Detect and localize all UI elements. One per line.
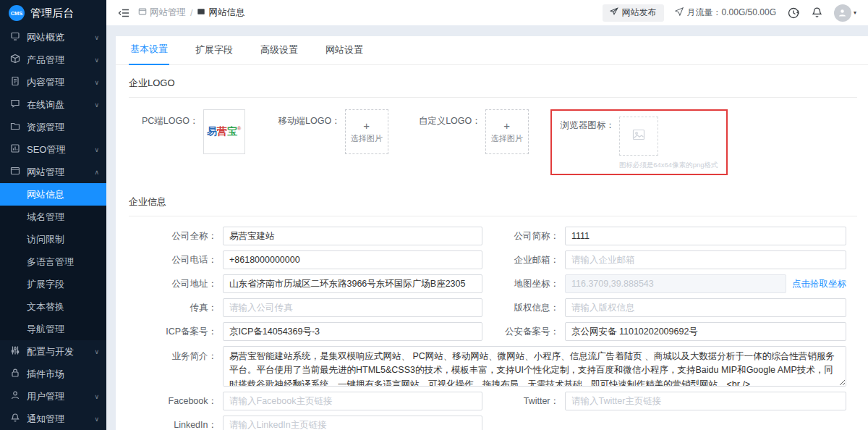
facebook-input[interactable] [223, 392, 482, 410]
user-menu[interactable]: ▾ [834, 4, 856, 22]
pick-coords-link[interactable]: 点击拾取坐标 [792, 278, 846, 290]
fax-input[interactable] [223, 298, 482, 317]
sidebar-item-resource-mgmt[interactable]: 资源管理 [0, 116, 106, 138]
sidebar-item-product-mgmt[interactable]: 产品管理 ∨ [0, 49, 106, 71]
tab-basic-settings[interactable]: 基本设置 [129, 43, 169, 65]
browser-icon [138, 7, 147, 18]
favicon-label: 浏览器图标： [561, 117, 615, 170]
icp-input[interactable] [223, 322, 482, 341]
company-short-input[interactable] [565, 227, 846, 245]
twitter-label: Twitter： [493, 395, 565, 408]
sidebar-subitem-domain-mgmt[interactable]: 域名管理 [0, 206, 106, 228]
publish-site-button[interactable]: 网站发布 [603, 4, 664, 22]
sidebar-item-notify-mgmt[interactable]: 通知管理 ∨ [0, 408, 106, 430]
main-area: 网站管理 / 网站信息 网站发布 月流量：0.00G/50.00G [106, 0, 868, 430]
police-record-input[interactable] [565, 322, 846, 341]
seo-icon [10, 143, 20, 156]
copyright-input[interactable] [565, 298, 846, 317]
sidebar: CMS 管理后台 网站概览 ∨ 产品管理 ∨ 内容管理 ∨ 在线询盘 ∨ 资源管… [0, 0, 106, 430]
app-title: 管理后台 [30, 7, 74, 20]
notification-bell-icon[interactable] [811, 7, 823, 19]
business-intro-textarea[interactable]: 易营宝智能建站系统，是集双模响应式网站、 PC网站、移动网站、微网站、小程序、信… [223, 346, 846, 387]
company-name-input[interactable] [223, 227, 482, 245]
sidebar-subitem-access-limit[interactable]: 访问限制 [0, 228, 106, 250]
favicon-hint: 图标必须是64x64像素的png格式 [619, 161, 718, 170]
send-icon [610, 7, 618, 18]
breadcrumb: 网站管理 / 网站信息 [138, 7, 244, 19]
tab-extended-fields[interactable]: 扩展字段 [194, 43, 234, 64]
twitter-input[interactable] [565, 392, 846, 410]
tab-website-settings[interactable]: 网站设置 [324, 43, 365, 64]
brand-logo: 易营宝® [207, 125, 241, 138]
field-email: 企业邮箱： [493, 250, 846, 269]
chevron-down-icon: ∨ [94, 348, 99, 355]
website-mgmt-submenu: 网站信息 域名管理 访问限制 多语言管理 扩展字段 文本替换 导航管理 [0, 183, 106, 340]
breadcrumb-parent[interactable]: 网站管理 [138, 7, 186, 19]
sidebar-subitem-site-info[interactable]: 网站信息 [0, 183, 106, 206]
sidebar-item-seo-mgmt[interactable]: SEO管理 ∨ [0, 138, 106, 161]
sidebar-item-plugin-market[interactable]: 插件市场 [0, 363, 106, 385]
tab-advanced-settings[interactable]: 高级设置 [259, 43, 299, 64]
chevron-down-icon: ∨ [94, 416, 99, 423]
history-clock-icon[interactable] [787, 7, 800, 20]
page-icon [197, 7, 205, 18]
collapse-sidebar-icon[interactable] [118, 8, 129, 18]
field-copyright: 版权信息： [493, 298, 846, 317]
field-fax: 传真： [129, 298, 482, 317]
mobile-logo-upload[interactable]: + 选择图片 [345, 109, 388, 154]
content-icon [10, 76, 20, 88]
bell-icon [10, 413, 20, 425]
field-address: 公司地址： [129, 274, 482, 293]
chevron-down-icon: ∨ [94, 101, 99, 109]
mobile-logo-group: 移动端LOGO： + 选择图片 [278, 109, 388, 154]
custom-logo-upload[interactable]: + 选择图片 [485, 109, 529, 154]
plus-icon: + [503, 120, 510, 131]
sidebar-subitem-extended-fields[interactable]: 扩展字段 [0, 273, 106, 295]
sidebar-item-website-mgmt[interactable]: 网站管理 ∧ [0, 161, 106, 183]
sliders-icon [10, 345, 20, 358]
field-linkedin: LinkedIn： [129, 416, 482, 430]
sidebar-item-content-mgmt[interactable]: 内容管理 ∨ [0, 71, 106, 93]
content-card: 基本设置 扩展字段 高级设置 网站设置 企业LOGO PC端LOGO： 易营宝®… [116, 36, 868, 430]
fax-label: 传真： [129, 302, 223, 314]
plane-icon [675, 7, 684, 18]
field-company-name: 公司全称： [129, 227, 482, 245]
logo-section-title: 企业LOGO [129, 77, 857, 98]
custom-logo-group: 自定义LOGO： + 选择图片 [419, 109, 529, 154]
product-icon [10, 54, 20, 66]
field-phone: 公司电话： [129, 250, 482, 269]
field-icp: ICP备案号： [129, 322, 482, 341]
custom-logo-label: 自定义LOGO： [419, 109, 481, 154]
sidebar-subitem-multilang[interactable]: 多语言管理 [0, 250, 106, 273]
settings-tabs: 基本设置 扩展字段 高级设置 网站设置 [116, 36, 868, 65]
avatar [834, 4, 851, 22]
favicon-highlight-box: 浏览器图标： 图标必须是64x64像素的png格式 [550, 109, 728, 175]
pc-logo-group: PC端LOGO： 易营宝® [142, 109, 245, 154]
company-name-label: 公司全称： [129, 230, 223, 243]
chevron-down-icon: ∨ [94, 34, 99, 41]
breadcrumb-separator: / [190, 8, 192, 18]
pc-logo-image[interactable]: 易营宝® [203, 109, 245, 154]
company-short-label: 公司简称： [493, 230, 565, 243]
phone-label: 公司电话： [129, 254, 223, 266]
email-input[interactable] [565, 250, 846, 269]
address-input[interactable] [223, 274, 482, 293]
header-actions: 网站发布 月流量：0.00G/50.00G ▾ [603, 4, 856, 22]
favicon-upload[interactable] [619, 117, 658, 156]
chevron-down-icon: ∨ [94, 393, 99, 400]
chevron-down-icon: ∨ [94, 56, 99, 64]
sidebar-item-online-inquiry[interactable]: 在线询盘 ∨ [0, 93, 106, 116]
phone-input[interactable] [223, 250, 482, 269]
inquiry-icon [10, 98, 20, 111]
sidebar-item-user-mgmt[interactable]: 用户管理 ∨ [0, 385, 106, 408]
caret-down-icon: ▾ [854, 9, 856, 16]
sidebar-item-config-dev[interactable]: 配置与开发 ∨ [0, 340, 106, 363]
company-info-form: 公司全称： 公司简称： 公司电话： 企业邮箱： 公司地址： [116, 216, 868, 430]
chevron-down-icon: ∨ [94, 146, 99, 153]
app-logo: CMS 管理后台 [0, 0, 106, 26]
sidebar-item-site-overview[interactable]: 网站概览 ∨ [0, 26, 106, 49]
linkedin-input[interactable] [223, 416, 482, 430]
mobile-logo-label: 移动端LOGO： [278, 109, 341, 154]
sidebar-subitem-text-replace[interactable]: 文本替换 [0, 295, 106, 318]
sidebar-subitem-nav-mgmt[interactable]: 导航管理 [0, 318, 106, 340]
